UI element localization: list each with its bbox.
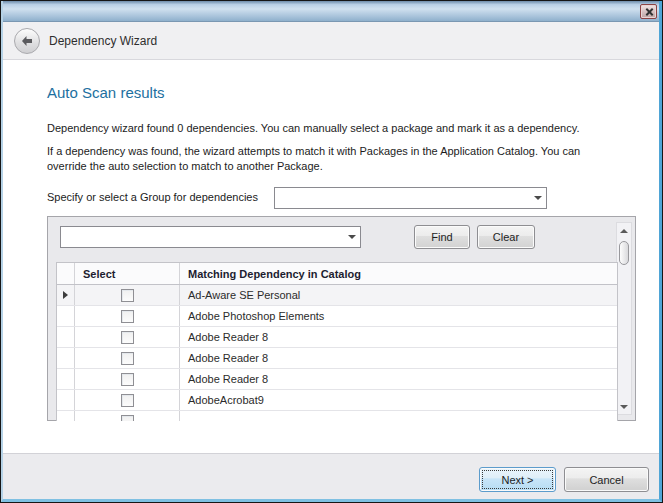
row-select-cell (75, 369, 180, 389)
row-name: Adobe Photoshop Elements (180, 310, 617, 322)
wizard-title: Dependency Wizard (49, 22, 157, 60)
table-row[interactable] (57, 411, 617, 421)
row-select-cell (75, 327, 180, 347)
scrollbar-down-button[interactable] (617, 399, 631, 414)
search-combobox[interactable] (60, 226, 361, 248)
row-checkbox[interactable] (121, 289, 134, 302)
row-indicator-cell (57, 390, 75, 410)
dependency-table: Select Matching Dependency in Catalog Ad… (56, 262, 618, 421)
close-icon (644, 7, 653, 16)
row-checkbox[interactable] (121, 373, 134, 386)
arrow-left-icon (20, 35, 34, 47)
row-indicator-cell (57, 327, 75, 347)
row-name: Adobe Reader 8 (180, 373, 617, 385)
find-button[interactable]: Find (414, 225, 470, 249)
row-select-cell (75, 285, 180, 305)
table-row[interactable]: Ad-Aware SE Personal (57, 285, 617, 306)
scrollbar-up-button[interactable] (617, 223, 631, 238)
row-select-cell (75, 390, 180, 410)
table-header-row: Select Matching Dependency in Catalog (57, 263, 617, 285)
group-label: Specify or select a Group for dependenci… (47, 191, 258, 203)
row-name: Ad-Aware SE Personal (180, 289, 617, 301)
indicator-column-header (57, 263, 75, 284)
row-indicator-cell (57, 306, 75, 326)
catalog-column-header: Matching Dependency in Catalog (180, 268, 617, 280)
row-indicator-cell (57, 285, 75, 305)
back-button[interactable] (14, 28, 40, 54)
row-name: AdobeAcrobat9 (180, 394, 617, 406)
table-row[interactable]: Adobe Reader 8 (57, 369, 617, 390)
dependency-wizard-window: Dependency Wizard Auto Scan results Depe… (0, 0, 663, 503)
panel-scrollbar[interactable] (616, 222, 632, 415)
triangle-up-icon (620, 229, 628, 233)
footer: Next > Cancel (1, 453, 662, 502)
cancel-button[interactable]: Cancel (564, 467, 649, 492)
chevron-down-icon (348, 235, 356, 239)
row-select-cell (75, 306, 180, 326)
group-combobox-arrow[interactable] (530, 188, 546, 208)
clear-button[interactable]: Clear (477, 225, 535, 249)
close-button[interactable] (640, 4, 657, 19)
select-column-header: Select (75, 263, 180, 284)
row-indicator-cell (57, 369, 75, 389)
row-indicator-cell (57, 348, 75, 368)
search-combobox-arrow[interactable] (344, 227, 360, 247)
main-content: Auto Scan results Dependency wizard foun… (1, 60, 662, 453)
row-checkbox[interactable] (121, 415, 134, 422)
page-title: Auto Scan results (47, 84, 165, 101)
row-checkbox[interactable] (121, 310, 134, 323)
next-button[interactable]: Next > (479, 467, 556, 492)
row-name: Adobe Reader 8 (180, 352, 617, 364)
table-row[interactable]: Adobe Reader 8 (57, 327, 617, 348)
table-row[interactable]: Adobe Photoshop Elements (57, 306, 617, 327)
row-select-cell (75, 348, 180, 368)
table-row[interactable]: AdobeAcrobat9 (57, 390, 617, 411)
table-row[interactable]: Adobe Reader 8 (57, 348, 617, 369)
catalog-panel: Find Clear Select Matching Dependency in… (47, 216, 636, 421)
triangle-down-icon (620, 405, 628, 409)
table-body: Ad-Aware SE Personal Adobe Photoshop Ele… (57, 285, 617, 421)
group-combobox[interactable] (274, 187, 547, 209)
description-line-2: If a dependency was found, the wizard at… (47, 144, 622, 174)
row-checkbox[interactable] (121, 331, 134, 344)
row-checkbox[interactable] (121, 352, 134, 365)
scrollbar-thumb[interactable] (619, 241, 629, 265)
description-line-1: Dependency wizard found 0 dependencies. … (47, 121, 622, 136)
row-name: Adobe Reader 8 (180, 331, 617, 343)
row-checkbox[interactable] (121, 394, 134, 407)
wizard-header: Dependency Wizard (1, 22, 662, 60)
titlebar[interactable] (1, 1, 662, 22)
current-row-indicator-icon (63, 291, 68, 299)
row-select-cell (75, 411, 180, 421)
row-indicator-cell (57, 411, 75, 421)
chevron-down-icon (534, 196, 542, 200)
